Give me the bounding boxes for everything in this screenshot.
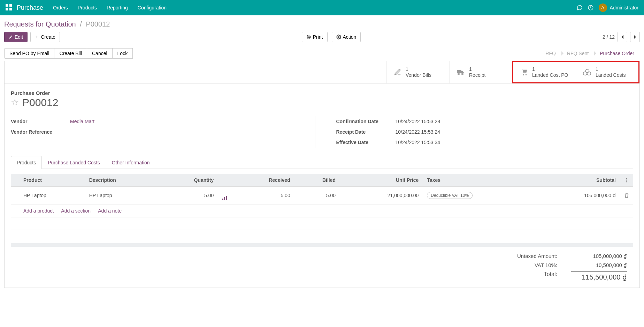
breadcrumb-sep: / (80, 20, 82, 28)
effective-date-label: Effective Date (336, 140, 396, 145)
svg-point-10 (458, 73, 459, 75)
stat-landed-cost-po[interactable]: 1Landed Cost PO (513, 62, 576, 82)
receipt-date-label: Receipt Date (336, 129, 396, 135)
nav-configuration[interactable]: Configuration (138, 5, 167, 10)
confirm-date-value: 10/24/2022 15:53:28 (396, 119, 634, 124)
delete-row-icon[interactable] (624, 193, 629, 198)
svg-point-8 (338, 36, 339, 38)
add-links: Add a product Add a section Add a note (19, 204, 633, 217)
pager-text: 2 / 12 (603, 34, 615, 40)
svg-rect-15 (224, 197, 225, 200)
stat-buttons: 1Vendor Bills 1Receipt 1Landed Cost PO 1… (5, 61, 639, 84)
favorite-star-icon[interactable]: ☆ (11, 97, 19, 108)
vat-label: VAT 10%: (495, 262, 557, 268)
pager: 2 / 12 (603, 32, 640, 42)
svg-rect-16 (226, 196, 227, 200)
status-bar: Send PO by Email Create Bill Cancel Lock… (0, 46, 644, 61)
apps-icon[interactable] (6, 4, 13, 11)
breadcrumb-current: P00012 (86, 20, 110, 28)
vendor-ref-label: Vendor Reference (11, 129, 70, 135)
tabs: Products Purchase Landed Costs Other Inf… (11, 156, 633, 169)
svg-rect-3 (9, 8, 12, 10)
separator (11, 243, 633, 247)
vendor-value[interactable]: Media Mart (70, 119, 308, 124)
truck-icon (457, 69, 465, 76)
stage-rfq[interactable]: RFQ (540, 49, 561, 58)
breadcrumb-parent[interactable]: Requests for Quotation (4, 20, 76, 28)
col-received: Received (232, 174, 294, 187)
svg-rect-9 (457, 70, 461, 73)
action-button[interactable]: Action (332, 32, 361, 42)
stage-rfq-sent[interactable]: RFQ Sent (561, 49, 594, 58)
create-bill-button[interactable]: Create Bill (54, 48, 87, 59)
record-name: P00012 (22, 97, 58, 109)
tab-products[interactable]: Products (11, 156, 42, 169)
totals: Untaxed Amount: 105,000,000 ₫ VAT 10%: 1… (5, 247, 639, 288)
add-note-link[interactable]: Add a note (98, 208, 122, 214)
untaxed-value: 105,000,000 ₫ (571, 253, 627, 259)
columns-kebab-icon[interactable]: ⋮ (624, 177, 629, 183)
create-button[interactable]: Create (30, 32, 60, 42)
status-stages: RFQ RFQ Sent Purchase Order (540, 49, 640, 58)
svg-point-11 (462, 73, 463, 75)
lock-button[interactable]: Lock (112, 48, 133, 59)
tab-other-information[interactable]: Other Information (106, 156, 156, 169)
vendor-label: Vendor (11, 119, 70, 124)
svg-rect-14 (222, 199, 223, 200)
untaxed-label: Untaxed Amount: (495, 253, 557, 259)
stat-highlight-group: 1Landed Cost PO 1Landed Costs (512, 61, 639, 83)
cell-description: HP Laptop (85, 186, 159, 204)
col-quantity: Quantity (159, 174, 218, 187)
stat-receipt[interactable]: 1Receipt (449, 61, 512, 83)
print-button[interactable]: Print (302, 32, 328, 42)
col-unit-price: Unit Price (340, 174, 423, 187)
receipt-date-value: 10/24/2022 15:53:24 (396, 129, 634, 135)
app-brand[interactable]: Purchase (17, 4, 43, 12)
cell-billed: 5.00 (294, 186, 340, 204)
cell-subtotal: 105,000,000 ₫ (536, 186, 620, 204)
svg-point-12 (523, 74, 524, 75)
nav-orders[interactable]: Orders (53, 5, 68, 10)
user-menu[interactable]: A Administrator (599, 3, 638, 12)
svg-point-13 (526, 74, 527, 75)
stat-vendor-bills[interactable]: 1Vendor Bills (386, 61, 449, 83)
forecast-chart-icon[interactable] (222, 196, 228, 201)
cell-quantity: 5.00 (159, 186, 218, 204)
stat-landed-costs[interactable]: 1Landed Costs (576, 62, 638, 82)
pager-prev[interactable] (618, 32, 627, 42)
svg-rect-2 (6, 8, 8, 10)
record-heading: Purchase Order (11, 90, 633, 96)
pencil-note-icon (394, 68, 401, 76)
avatar: A (599, 3, 607, 12)
nav-products[interactable]: Products (78, 5, 97, 10)
activity-icon[interactable] (588, 5, 594, 11)
col-billed: Billed (294, 174, 340, 187)
total-value: 115,500,000 ₫ (571, 271, 627, 281)
confirm-date-label: Confirmation Date (336, 119, 396, 124)
svg-rect-0 (6, 4, 8, 7)
tab-purchase-landed-costs[interactable]: Purchase Landed Costs (42, 156, 106, 169)
top-nav: Purchase Orders Products Reporting Confi… (0, 0, 644, 15)
effective-date-value: 10/24/2022 15:53:34 (396, 140, 634, 145)
add-section-link[interactable]: Add a section (61, 208, 91, 214)
cell-product: HP Laptop (19, 186, 85, 204)
pager-next[interactable] (630, 32, 640, 42)
cell-unit-price: 21,000,000.00 (340, 186, 423, 204)
col-subtotal: Subtotal (536, 174, 620, 187)
col-description: Description (85, 174, 159, 187)
stage-purchase-order[interactable]: Purchase Order (594, 49, 640, 58)
total-label: Total: (495, 271, 557, 281)
control-panel: Requests for Quotation / P00012 Edit Cre… (0, 15, 644, 42)
messaging-icon[interactable] (576, 5, 583, 11)
edit-button[interactable]: Edit (4, 32, 28, 42)
table-row[interactable]: HP Laptop HP Laptop 5.00 5.00 5.00 21,00… (11, 186, 633, 204)
nav-reporting[interactable]: Reporting (107, 5, 128, 10)
col-taxes: Taxes (423, 174, 536, 187)
cart-icon (520, 68, 528, 76)
cancel-button[interactable]: Cancel (87, 48, 113, 59)
send-po-email-button[interactable]: Send PO by Email (4, 48, 54, 59)
tax-badge: Deductible VAT 10% (427, 192, 473, 199)
vat-value: 10,500,000 ₫ (571, 262, 627, 268)
boxes-icon (583, 68, 591, 76)
add-product-link[interactable]: Add a product (23, 208, 54, 214)
